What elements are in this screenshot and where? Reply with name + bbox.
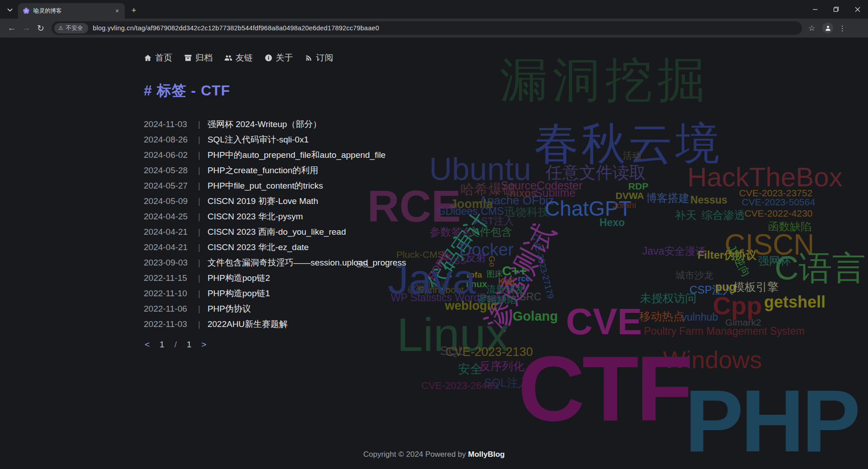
post-list-item[interactable]: 2024-11-03|强网杯 2024-Writeup（部分） (144, 117, 641, 132)
tab-title: 喻灵的博客 (33, 7, 113, 15)
forward-button[interactable]: → (19, 21, 33, 35)
rss-icon (305, 54, 313, 62)
post-separator: | (198, 181, 200, 191)
post-date: 2024-06-02 (144, 150, 191, 160)
profile-avatar[interactable] (822, 23, 833, 33)
post-list-item[interactable]: 2024-08-26|SQL注入代码审计-sqli-0x1 (144, 132, 641, 147)
browser-tab[interactable]: 喻灵的博客 × (18, 3, 125, 19)
nav-item-archive[interactable]: 归档 (184, 52, 212, 64)
current-page: 1 (160, 340, 165, 350)
page-separator: / (175, 340, 177, 350)
nav-item-about[interactable]: 关于 (264, 52, 293, 64)
post-title-link[interactable]: PHP伪协议 (208, 303, 251, 315)
tab-search-button[interactable] (4, 3, 16, 16)
browser-menu-icon[interactable]: ⋮ (839, 24, 846, 33)
users-icon (224, 54, 232, 62)
post-separator: | (198, 319, 200, 329)
info-icon (264, 54, 273, 62)
post-date: 2023-09-03 (144, 258, 191, 268)
post-separator: | (198, 119, 200, 129)
reload-button[interactable]: ↻ (33, 21, 48, 35)
post-separator: | (198, 150, 200, 160)
post-title-link[interactable]: PHP构造pop链2 (208, 272, 270, 284)
nav-item-label: 首页 (155, 52, 172, 64)
post-title-link[interactable]: SQL注入代码审计-sqli-0x1 (208, 134, 309, 146)
post-separator: | (198, 304, 200, 314)
post-date: 2024-04-21 (144, 242, 191, 252)
nav-item-label: 订阅 (316, 52, 333, 64)
post-separator: | (198, 166, 200, 175)
bookmark-star-icon[interactable]: ☆ (808, 24, 815, 33)
post-list-item[interactable]: 2024-04-21|CISCN 2023 西南-do_you_like_rea… (144, 224, 641, 240)
browser-chrome: 喻灵的博客 × + ← → ↻ ⚠ 不安全 (0, 0, 868, 38)
post-separator: | (198, 227, 200, 237)
nav-item-friends[interactable]: 友链 (224, 52, 253, 64)
post-title-link[interactable]: PHP中的auto_prepend_file和auto_append_file (208, 149, 386, 161)
browser-toolbar: ← → ↻ ⚠ 不安全 blog.yvling.cn/tag/af9679082… (0, 19, 868, 38)
nav-item-label: 友链 (236, 52, 253, 64)
footer: Copyright © 2024 Powered by MollyBlog (0, 450, 868, 459)
post-list-item[interactable]: 2022-11-06|PHP伪协议 (144, 301, 641, 317)
post-title-link[interactable]: CISCN 2023 华北-ez_date (208, 242, 309, 253)
nav-item-home[interactable]: 首页 (144, 52, 172, 64)
post-separator: | (198, 273, 200, 283)
site-favicon-flower-icon (23, 7, 30, 14)
post-title-link[interactable]: PHP构造pop链1 (208, 288, 270, 299)
prev-page-button[interactable]: < (145, 340, 150, 350)
post-list-item[interactable]: 2024-04-21|CISCN 2023 华北-ez_date (144, 240, 641, 255)
post-title-link[interactable]: PHP之create_function的利用 (208, 165, 318, 176)
close-window-button[interactable] (847, 0, 868, 19)
post-title-link[interactable]: PHP中file_put_content的tricks (208, 180, 323, 192)
post-date: 2024-04-21 (144, 227, 191, 237)
tab-strip: 喻灵的博客 × + (0, 0, 868, 19)
security-chip[interactable]: ⚠ 不安全 (54, 23, 88, 33)
security-label: 不安全 (66, 24, 83, 32)
mollyblog-link[interactable]: MollyBlog (468, 450, 505, 459)
post-title-link[interactable]: 文件包含漏洞奇技淫巧——session.upload_progress (208, 257, 406, 269)
post-title-link[interactable]: 2022AHU新生赛题解 (208, 318, 288, 330)
post-separator: | (198, 196, 200, 206)
post-title-link[interactable]: CISCN 2023 华北-pysym (208, 211, 303, 223)
home-icon (144, 54, 152, 62)
new-tab-button[interactable]: + (127, 4, 140, 16)
post-list-item[interactable]: 2022-11-10|PHP构造pop链1 (144, 286, 641, 301)
copyright-text: Copyright © 2024 Powered by (363, 450, 468, 459)
post-date: 2024-05-27 (144, 181, 191, 191)
post-list-item[interactable]: 2024-06-02|PHP中的auto_prepend_file和auto_a… (144, 147, 641, 163)
post-list: 2024-11-03|强网杯 2024-Writeup（部分）2024-08-2… (144, 117, 641, 332)
minimize-button[interactable] (804, 0, 826, 19)
archive-icon (184, 54, 192, 62)
window-controls (804, 0, 868, 19)
post-title-link[interactable]: CISCN 2019 初赛-Love Math (208, 195, 318, 207)
post-title-link[interactable]: CISCN 2023 西南-do_you_like_read (208, 226, 346, 238)
pagination: < 1 / 1 > (145, 340, 207, 350)
post-list-item[interactable]: 2022-11-03|2022AHU新生赛题解 (144, 317, 641, 332)
post-date: 2024-05-09 (144, 196, 191, 206)
post-date: 2024-05-28 (144, 166, 191, 175)
post-list-item[interactable]: 2023-09-03|文件包含漏洞奇技淫巧——session.upload_pr… (144, 255, 641, 270)
post-list-item[interactable]: 2022-11-15|PHP构造pop链2 (144, 270, 641, 286)
total-pages: 1 (187, 340, 192, 350)
post-date: 2022-11-03 (144, 319, 191, 329)
post-title-link[interactable]: 强网杯 2024-Writeup（部分） (208, 118, 321, 130)
post-separator: | (198, 135, 200, 145)
blog-page: 首页归档友链关于订阅 # 标签 - CTF 2024-11-03|强网杯 202… (0, 38, 868, 469)
post-date: 2024-08-26 (144, 135, 191, 145)
post-list-item[interactable]: 2024-04-25|CISCN 2023 华北-pysym (144, 209, 641, 224)
post-date: 2022-11-10 (144, 289, 191, 298)
back-button[interactable]: ← (5, 21, 19, 35)
nav-item-label: 关于 (276, 52, 293, 64)
nav-item-label: 归档 (195, 52, 212, 64)
post-list-item[interactable]: 2024-05-28|PHP之create_function的利用 (144, 163, 641, 178)
post-date: 2024-11-03 (144, 119, 191, 129)
restore-button[interactable] (826, 0, 847, 19)
next-page-button[interactable]: > (202, 340, 207, 350)
tab-close-icon[interactable]: × (113, 7, 121, 15)
nav-item-rss[interactable]: 订阅 (305, 52, 333, 64)
chevron-down-icon (7, 6, 13, 13)
address-bar[interactable]: ⚠ 不安全 blog.yvling.cn/tag/af9679082dd342c… (52, 21, 802, 35)
post-list-item[interactable]: 2024-05-27|PHP中file_put_content的tricks (144, 178, 641, 194)
warning-icon: ⚠ (58, 25, 63, 31)
post-list-item[interactable]: 2024-05-09|CISCN 2019 初赛-Love Math (144, 194, 641, 209)
url-text[interactable]: blog.yvling.cn/tag/af9679082dd342c2c12b7… (93, 24, 379, 32)
